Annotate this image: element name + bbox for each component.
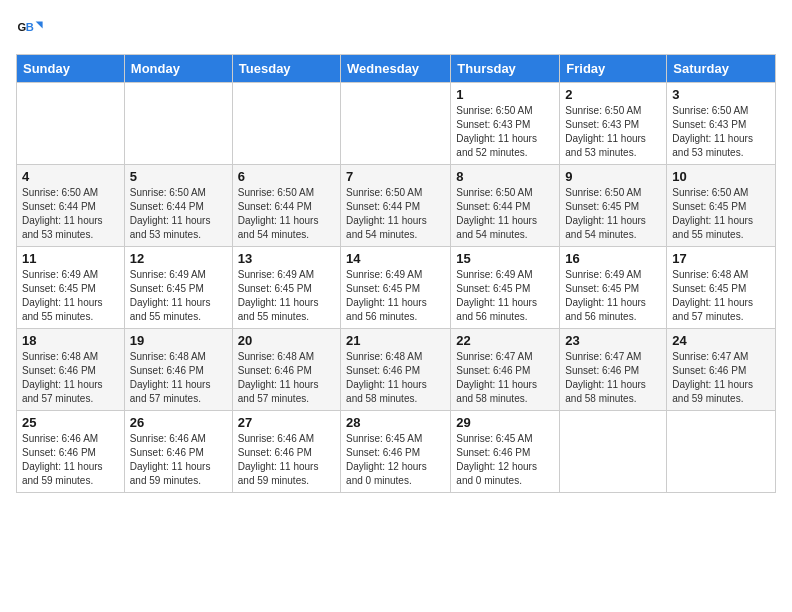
col-header-thursday: Thursday xyxy=(451,55,560,83)
calendar-cell: 6Sunrise: 6:50 AM Sunset: 6:44 PM Daylig… xyxy=(232,165,340,247)
calendar-cell: 8Sunrise: 6:50 AM Sunset: 6:44 PM Daylig… xyxy=(451,165,560,247)
day-info: Sunrise: 6:48 AM Sunset: 6:46 PM Dayligh… xyxy=(346,350,445,406)
day-info: Sunrise: 6:45 AM Sunset: 6:46 PM Dayligh… xyxy=(346,432,445,488)
day-number: 1 xyxy=(456,87,554,102)
day-info: Sunrise: 6:50 AM Sunset: 6:43 PM Dayligh… xyxy=(565,104,661,160)
calendar-cell: 14Sunrise: 6:49 AM Sunset: 6:45 PM Dayli… xyxy=(341,247,451,329)
col-header-friday: Friday xyxy=(560,55,667,83)
day-number: 21 xyxy=(346,333,445,348)
day-info: Sunrise: 6:46 AM Sunset: 6:46 PM Dayligh… xyxy=(130,432,227,488)
calendar-cell: 17Sunrise: 6:48 AM Sunset: 6:45 PM Dayli… xyxy=(667,247,776,329)
day-number: 2 xyxy=(565,87,661,102)
svg-text:G: G xyxy=(17,21,26,33)
day-info: Sunrise: 6:50 AM Sunset: 6:44 PM Dayligh… xyxy=(130,186,227,242)
day-info: Sunrise: 6:50 AM Sunset: 6:45 PM Dayligh… xyxy=(672,186,770,242)
day-number: 9 xyxy=(565,169,661,184)
calendar-cell: 1Sunrise: 6:50 AM Sunset: 6:43 PM Daylig… xyxy=(451,83,560,165)
col-header-wednesday: Wednesday xyxy=(341,55,451,83)
calendar-cell: 25Sunrise: 6:46 AM Sunset: 6:46 PM Dayli… xyxy=(17,411,125,493)
calendar-cell xyxy=(232,83,340,165)
calendar-cell: 12Sunrise: 6:49 AM Sunset: 6:45 PM Dayli… xyxy=(124,247,232,329)
day-info: Sunrise: 6:46 AM Sunset: 6:46 PM Dayligh… xyxy=(238,432,335,488)
calendar-cell: 4Sunrise: 6:50 AM Sunset: 6:44 PM Daylig… xyxy=(17,165,125,247)
day-number: 26 xyxy=(130,415,227,430)
day-info: Sunrise: 6:49 AM Sunset: 6:45 PM Dayligh… xyxy=(130,268,227,324)
day-info: Sunrise: 6:48 AM Sunset: 6:45 PM Dayligh… xyxy=(672,268,770,324)
day-info: Sunrise: 6:48 AM Sunset: 6:46 PM Dayligh… xyxy=(238,350,335,406)
day-number: 13 xyxy=(238,251,335,266)
calendar-cell: 5Sunrise: 6:50 AM Sunset: 6:44 PM Daylig… xyxy=(124,165,232,247)
calendar-cell: 24Sunrise: 6:47 AM Sunset: 6:46 PM Dayli… xyxy=(667,329,776,411)
day-number: 29 xyxy=(456,415,554,430)
calendar-cell xyxy=(17,83,125,165)
calendar-cell: 11Sunrise: 6:49 AM Sunset: 6:45 PM Dayli… xyxy=(17,247,125,329)
page-header: G B xyxy=(16,16,776,44)
calendar-cell: 29Sunrise: 6:45 AM Sunset: 6:46 PM Dayli… xyxy=(451,411,560,493)
calendar-cell: 9Sunrise: 6:50 AM Sunset: 6:45 PM Daylig… xyxy=(560,165,667,247)
day-number: 25 xyxy=(22,415,119,430)
day-info: Sunrise: 6:49 AM Sunset: 6:45 PM Dayligh… xyxy=(238,268,335,324)
day-info: Sunrise: 6:50 AM Sunset: 6:44 PM Dayligh… xyxy=(22,186,119,242)
day-info: Sunrise: 6:46 AM Sunset: 6:46 PM Dayligh… xyxy=(22,432,119,488)
day-info: Sunrise: 6:47 AM Sunset: 6:46 PM Dayligh… xyxy=(672,350,770,406)
logo-icon: G B xyxy=(16,16,44,44)
day-number: 28 xyxy=(346,415,445,430)
calendar-cell: 18Sunrise: 6:48 AM Sunset: 6:46 PM Dayli… xyxy=(17,329,125,411)
calendar-cell: 22Sunrise: 6:47 AM Sunset: 6:46 PM Dayli… xyxy=(451,329,560,411)
day-number: 27 xyxy=(238,415,335,430)
day-info: Sunrise: 6:50 AM Sunset: 6:43 PM Dayligh… xyxy=(456,104,554,160)
day-info: Sunrise: 6:49 AM Sunset: 6:45 PM Dayligh… xyxy=(565,268,661,324)
day-number: 22 xyxy=(456,333,554,348)
day-info: Sunrise: 6:47 AM Sunset: 6:46 PM Dayligh… xyxy=(565,350,661,406)
calendar-cell: 28Sunrise: 6:45 AM Sunset: 6:46 PM Dayli… xyxy=(341,411,451,493)
calendar-cell: 16Sunrise: 6:49 AM Sunset: 6:45 PM Dayli… xyxy=(560,247,667,329)
day-number: 16 xyxy=(565,251,661,266)
calendar-cell xyxy=(341,83,451,165)
day-number: 19 xyxy=(130,333,227,348)
day-number: 24 xyxy=(672,333,770,348)
calendar-cell: 13Sunrise: 6:49 AM Sunset: 6:45 PM Dayli… xyxy=(232,247,340,329)
day-number: 5 xyxy=(130,169,227,184)
day-number: 10 xyxy=(672,169,770,184)
day-number: 3 xyxy=(672,87,770,102)
calendar-cell xyxy=(124,83,232,165)
svg-text:B: B xyxy=(26,21,34,33)
svg-marker-2 xyxy=(36,22,43,29)
day-info: Sunrise: 6:49 AM Sunset: 6:45 PM Dayligh… xyxy=(22,268,119,324)
calendar-cell: 27Sunrise: 6:46 AM Sunset: 6:46 PM Dayli… xyxy=(232,411,340,493)
calendar-cell: 2Sunrise: 6:50 AM Sunset: 6:43 PM Daylig… xyxy=(560,83,667,165)
calendar-table: SundayMondayTuesdayWednesdayThursdayFrid… xyxy=(16,54,776,493)
calendar-cell: 26Sunrise: 6:46 AM Sunset: 6:46 PM Dayli… xyxy=(124,411,232,493)
day-info: Sunrise: 6:45 AM Sunset: 6:46 PM Dayligh… xyxy=(456,432,554,488)
day-number: 17 xyxy=(672,251,770,266)
day-info: Sunrise: 6:49 AM Sunset: 6:45 PM Dayligh… xyxy=(346,268,445,324)
calendar-cell xyxy=(667,411,776,493)
day-number: 15 xyxy=(456,251,554,266)
day-info: Sunrise: 6:50 AM Sunset: 6:44 PM Dayligh… xyxy=(346,186,445,242)
day-number: 8 xyxy=(456,169,554,184)
day-info: Sunrise: 6:50 AM Sunset: 6:45 PM Dayligh… xyxy=(565,186,661,242)
calendar-cell: 15Sunrise: 6:49 AM Sunset: 6:45 PM Dayli… xyxy=(451,247,560,329)
col-header-sunday: Sunday xyxy=(17,55,125,83)
day-info: Sunrise: 6:49 AM Sunset: 6:45 PM Dayligh… xyxy=(456,268,554,324)
logo: G B xyxy=(16,16,48,44)
day-number: 23 xyxy=(565,333,661,348)
calendar-cell: 19Sunrise: 6:48 AM Sunset: 6:46 PM Dayli… xyxy=(124,329,232,411)
calendar-cell: 20Sunrise: 6:48 AM Sunset: 6:46 PM Dayli… xyxy=(232,329,340,411)
day-info: Sunrise: 6:47 AM Sunset: 6:46 PM Dayligh… xyxy=(456,350,554,406)
calendar-cell: 7Sunrise: 6:50 AM Sunset: 6:44 PM Daylig… xyxy=(341,165,451,247)
col-header-tuesday: Tuesday xyxy=(232,55,340,83)
day-info: Sunrise: 6:48 AM Sunset: 6:46 PM Dayligh… xyxy=(22,350,119,406)
day-number: 14 xyxy=(346,251,445,266)
day-info: Sunrise: 6:50 AM Sunset: 6:44 PM Dayligh… xyxy=(456,186,554,242)
day-info: Sunrise: 6:48 AM Sunset: 6:46 PM Dayligh… xyxy=(130,350,227,406)
day-number: 18 xyxy=(22,333,119,348)
day-number: 20 xyxy=(238,333,335,348)
day-number: 6 xyxy=(238,169,335,184)
calendar-cell: 21Sunrise: 6:48 AM Sunset: 6:46 PM Dayli… xyxy=(341,329,451,411)
day-info: Sunrise: 6:50 AM Sunset: 6:43 PM Dayligh… xyxy=(672,104,770,160)
day-number: 11 xyxy=(22,251,119,266)
day-number: 7 xyxy=(346,169,445,184)
day-info: Sunrise: 6:50 AM Sunset: 6:44 PM Dayligh… xyxy=(238,186,335,242)
calendar-cell xyxy=(560,411,667,493)
